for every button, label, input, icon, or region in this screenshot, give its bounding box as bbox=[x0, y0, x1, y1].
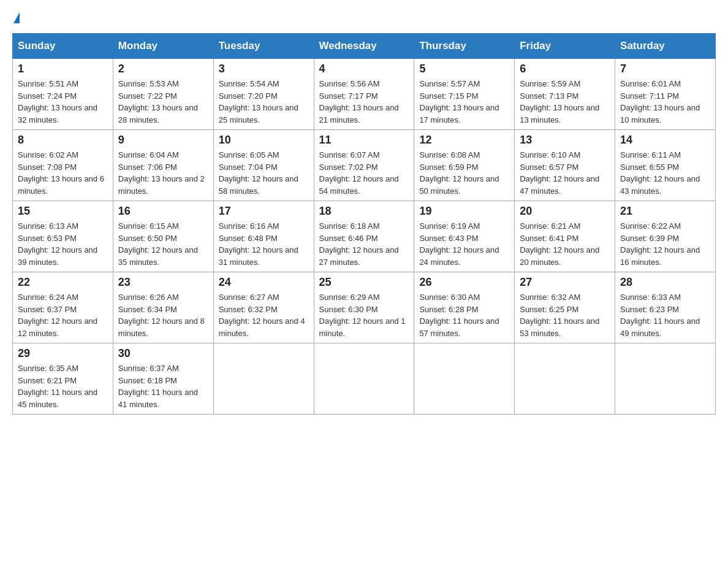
calendar-cell bbox=[314, 343, 414, 415]
day-number: 3 bbox=[219, 63, 309, 75]
weekday-header-tuesday: Tuesday bbox=[213, 34, 314, 59]
day-number: 15 bbox=[18, 205, 108, 218]
calendar-cell bbox=[515, 343, 615, 415]
calendar-cell: 30Sunrise: 6:37 AMSunset: 6:18 PMDayligh… bbox=[113, 343, 213, 415]
day-number: 17 bbox=[219, 205, 309, 218]
day-number: 5 bbox=[419, 63, 509, 75]
calendar-cell: 3Sunrise: 5:54 AMSunset: 7:20 PMDaylight… bbox=[213, 59, 314, 130]
day-number: 30 bbox=[118, 347, 208, 360]
calendar-header: SundayMondayTuesdayWednesdayThursdayFrid… bbox=[13, 34, 716, 59]
day-number: 27 bbox=[520, 276, 610, 289]
calendar-body: 1Sunrise: 5:51 AMSunset: 7:24 PMDaylight… bbox=[13, 59, 716, 415]
calendar-cell: 25Sunrise: 6:29 AMSunset: 6:30 PMDayligh… bbox=[314, 272, 414, 343]
day-info: Sunrise: 5:54 AMSunset: 7:20 PMDaylight:… bbox=[219, 78, 309, 126]
calendar-cell: 18Sunrise: 6:18 AMSunset: 6:46 PMDayligh… bbox=[314, 201, 414, 272]
day-number: 25 bbox=[319, 276, 409, 289]
day-info: Sunrise: 5:51 AMSunset: 7:24 PMDaylight:… bbox=[18, 78, 108, 126]
calendar-week-1: 1Sunrise: 5:51 AMSunset: 7:24 PMDaylight… bbox=[13, 59, 716, 130]
day-number: 24 bbox=[219, 276, 309, 289]
day-info: Sunrise: 6:32 AMSunset: 6:25 PMDaylight:… bbox=[520, 291, 610, 339]
calendar-cell: 6Sunrise: 5:59 AMSunset: 7:13 PMDaylight… bbox=[515, 59, 615, 130]
weekday-header-monday: Monday bbox=[113, 34, 213, 59]
day-number: 6 bbox=[520, 63, 610, 75]
day-number: 14 bbox=[620, 134, 710, 147]
day-info: Sunrise: 6:10 AMSunset: 6:57 PMDaylight:… bbox=[520, 149, 610, 197]
calendar-cell: 8Sunrise: 6:02 AMSunset: 7:08 PMDaylight… bbox=[13, 130, 113, 201]
day-info: Sunrise: 6:02 AMSunset: 7:08 PMDaylight:… bbox=[18, 149, 108, 197]
calendar-cell: 19Sunrise: 6:19 AMSunset: 6:43 PMDayligh… bbox=[414, 201, 515, 272]
weekday-header-sunday: Sunday bbox=[13, 34, 113, 59]
day-info: Sunrise: 6:33 AMSunset: 6:23 PMDaylight:… bbox=[620, 291, 710, 339]
day-info: Sunrise: 6:26 AMSunset: 6:34 PMDaylight:… bbox=[118, 291, 208, 339]
calendar-table: SundayMondayTuesdayWednesdayThursdayFrid… bbox=[12, 33, 716, 415]
calendar-cell: 13Sunrise: 6:10 AMSunset: 6:57 PMDayligh… bbox=[515, 130, 615, 201]
day-info: Sunrise: 6:19 AMSunset: 6:43 PMDaylight:… bbox=[419, 220, 509, 268]
day-number: 12 bbox=[419, 134, 509, 147]
day-info: Sunrise: 6:08 AMSunset: 6:59 PMDaylight:… bbox=[419, 149, 509, 197]
day-number: 18 bbox=[319, 205, 409, 218]
day-info: Sunrise: 5:57 AMSunset: 7:15 PMDaylight:… bbox=[419, 78, 509, 126]
day-number: 28 bbox=[620, 276, 710, 289]
day-number: 8 bbox=[18, 134, 108, 147]
weekday-header-friday: Friday bbox=[515, 34, 615, 59]
calendar-cell bbox=[414, 343, 515, 415]
day-info: Sunrise: 6:15 AMSunset: 6:50 PMDaylight:… bbox=[118, 220, 208, 268]
calendar-cell: 22Sunrise: 6:24 AMSunset: 6:37 PMDayligh… bbox=[13, 272, 113, 343]
calendar-cell: 28Sunrise: 6:33 AMSunset: 6:23 PMDayligh… bbox=[615, 272, 716, 343]
day-number: 1 bbox=[18, 63, 108, 75]
day-info: Sunrise: 5:53 AMSunset: 7:22 PMDaylight:… bbox=[118, 78, 208, 126]
day-info: Sunrise: 6:16 AMSunset: 6:48 PMDaylight:… bbox=[219, 220, 309, 268]
day-number: 29 bbox=[18, 347, 108, 360]
calendar-cell: 1Sunrise: 5:51 AMSunset: 7:24 PMDaylight… bbox=[13, 59, 113, 130]
calendar-cell: 11Sunrise: 6:07 AMSunset: 7:02 PMDayligh… bbox=[314, 130, 414, 201]
calendar-week-5: 29Sunrise: 6:35 AMSunset: 6:21 PMDayligh… bbox=[13, 343, 716, 415]
day-number: 26 bbox=[419, 276, 509, 289]
day-number: 13 bbox=[520, 134, 610, 147]
calendar-cell: 5Sunrise: 5:57 AMSunset: 7:15 PMDaylight… bbox=[414, 59, 515, 130]
page-header bbox=[12, 12, 716, 23]
logo-triangle-icon bbox=[13, 12, 20, 23]
day-number: 23 bbox=[118, 276, 208, 289]
calendar-cell: 26Sunrise: 6:30 AMSunset: 6:28 PMDayligh… bbox=[414, 272, 515, 343]
calendar-cell: 14Sunrise: 6:11 AMSunset: 6:55 PMDayligh… bbox=[615, 130, 716, 201]
calendar-cell: 7Sunrise: 6:01 AMSunset: 7:11 PMDaylight… bbox=[615, 59, 716, 130]
calendar-cell bbox=[615, 343, 716, 415]
day-info: Sunrise: 6:11 AMSunset: 6:55 PMDaylight:… bbox=[620, 149, 710, 197]
calendar-cell: 29Sunrise: 6:35 AMSunset: 6:21 PMDayligh… bbox=[13, 343, 113, 415]
day-number: 16 bbox=[118, 205, 208, 218]
day-info: Sunrise: 6:24 AMSunset: 6:37 PMDaylight:… bbox=[18, 291, 108, 339]
day-info: Sunrise: 5:59 AMSunset: 7:13 PMDaylight:… bbox=[520, 78, 610, 126]
calendar-cell: 15Sunrise: 6:13 AMSunset: 6:53 PMDayligh… bbox=[13, 201, 113, 272]
day-info: Sunrise: 6:13 AMSunset: 6:53 PMDaylight:… bbox=[18, 220, 108, 268]
day-info: Sunrise: 6:30 AMSunset: 6:28 PMDaylight:… bbox=[419, 291, 509, 339]
day-number: 2 bbox=[118, 63, 208, 75]
day-info: Sunrise: 5:56 AMSunset: 7:17 PMDaylight:… bbox=[319, 78, 409, 126]
day-info: Sunrise: 6:35 AMSunset: 6:21 PMDaylight:… bbox=[18, 362, 108, 410]
day-info: Sunrise: 6:27 AMSunset: 6:32 PMDaylight:… bbox=[219, 291, 309, 339]
calendar-cell: 20Sunrise: 6:21 AMSunset: 6:41 PMDayligh… bbox=[515, 201, 615, 272]
calendar-cell: 21Sunrise: 6:22 AMSunset: 6:39 PMDayligh… bbox=[615, 201, 716, 272]
calendar-cell: 23Sunrise: 6:26 AMSunset: 6:34 PMDayligh… bbox=[113, 272, 213, 343]
calendar-cell: 2Sunrise: 5:53 AMSunset: 7:22 PMDaylight… bbox=[113, 59, 213, 130]
day-info: Sunrise: 6:37 AMSunset: 6:18 PMDaylight:… bbox=[118, 362, 208, 410]
day-number: 7 bbox=[620, 63, 710, 75]
day-info: Sunrise: 6:18 AMSunset: 6:46 PMDaylight:… bbox=[319, 220, 409, 268]
weekday-header-row: SundayMondayTuesdayWednesdayThursdayFrid… bbox=[13, 34, 716, 59]
logo bbox=[12, 12, 20, 23]
weekday-header-thursday: Thursday bbox=[414, 34, 515, 59]
calendar-cell: 9Sunrise: 6:04 AMSunset: 7:06 PMDaylight… bbox=[113, 130, 213, 201]
day-number: 10 bbox=[219, 134, 309, 147]
day-info: Sunrise: 6:04 AMSunset: 7:06 PMDaylight:… bbox=[118, 149, 208, 197]
weekday-header-wednesday: Wednesday bbox=[314, 34, 414, 59]
calendar-cell: 4Sunrise: 5:56 AMSunset: 7:17 PMDaylight… bbox=[314, 59, 414, 130]
calendar-cell: 10Sunrise: 6:05 AMSunset: 7:04 PMDayligh… bbox=[213, 130, 314, 201]
day-info: Sunrise: 6:05 AMSunset: 7:04 PMDaylight:… bbox=[219, 149, 309, 197]
day-info: Sunrise: 6:21 AMSunset: 6:41 PMDaylight:… bbox=[520, 220, 610, 268]
day-number: 11 bbox=[319, 134, 409, 147]
day-number: 9 bbox=[118, 134, 208, 147]
day-info: Sunrise: 6:07 AMSunset: 7:02 PMDaylight:… bbox=[319, 149, 409, 197]
calendar-cell: 16Sunrise: 6:15 AMSunset: 6:50 PMDayligh… bbox=[113, 201, 213, 272]
day-info: Sunrise: 6:22 AMSunset: 6:39 PMDaylight:… bbox=[620, 220, 710, 268]
calendar-week-3: 15Sunrise: 6:13 AMSunset: 6:53 PMDayligh… bbox=[13, 201, 716, 272]
weekday-header-saturday: Saturday bbox=[615, 34, 716, 59]
